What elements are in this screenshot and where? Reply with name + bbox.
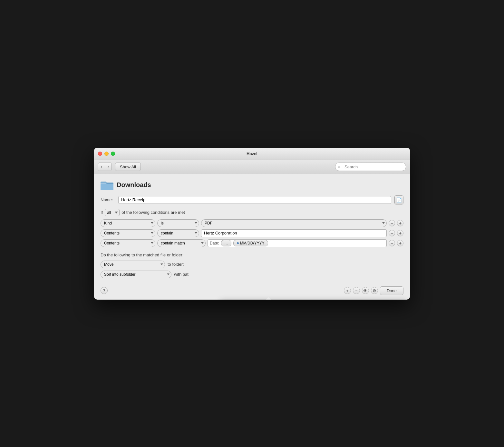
toolbar: ‹ › Show All ⌕ (94, 160, 410, 174)
condition-field-3[interactable]: Contents (101, 239, 155, 247)
remove-rule-button[interactable]: − (353, 287, 360, 294)
conditions-suffix: of the following conditions are met (121, 210, 185, 215)
show-all-button[interactable]: Show All (115, 163, 141, 171)
to-folder-label: to folder: (168, 262, 184, 267)
eye-button[interactable]: 👁 (362, 287, 369, 294)
condition-operator-3[interactable]: contain match (157, 239, 206, 247)
condition-operator-1[interactable]: is (157, 219, 199, 227)
maximize-button[interactable] (111, 152, 115, 156)
gear-button[interactable]: ⚙ (371, 287, 378, 294)
help-button[interactable]: ? (101, 287, 108, 294)
back-button[interactable]: ‹ (98, 163, 105, 171)
folder-name: Downloads (117, 181, 151, 189)
action-type-2[interactable]: Sort into subfolder (101, 271, 171, 278)
condition-add-1[interactable]: + (397, 220, 403, 226)
condition-add-3[interactable]: + (397, 240, 403, 246)
condition-remove-2[interactable]: − (389, 230, 395, 236)
condition-remove-1[interactable]: − (389, 220, 395, 226)
search-icon: ⌕ (338, 164, 340, 169)
action-area: Do the following to the matched file or … (94, 253, 410, 284)
rule-name-input[interactable] (118, 196, 391, 204)
doc-icon-button[interactable]: 📄 (394, 195, 403, 204)
condition-add-2[interactable]: + (397, 230, 403, 236)
condition-row-1: Kind is PDF − + (101, 219, 403, 227)
condition-operator-2[interactable]: contain (157, 229, 199, 237)
condition-field-2[interactable]: Contents (101, 229, 155, 237)
action-type-1[interactable]: Move (101, 261, 165, 268)
action-row-1: Move to folder: (101, 261, 403, 268)
search-input[interactable] (335, 163, 406, 171)
search-bar: ⌕ (335, 163, 406, 171)
dots-button[interactable]: ... (221, 240, 231, 246)
date-label: Date: (210, 241, 219, 245)
add-rule-button[interactable]: + (344, 287, 351, 294)
date-pattern-tag[interactable]: MM/DD/YYYY (233, 240, 268, 246)
condition-remove-3[interactable]: − (389, 240, 395, 246)
actions-label: Do the following to the matched file or … (101, 253, 403, 257)
svg-rect-2 (101, 184, 113, 190)
with-pat-label: with pat (174, 272, 189, 277)
close-button[interactable] (98, 152, 102, 156)
window-body: Downloads Name: 📄 If all any of the foll… (94, 174, 410, 300)
folder-header: Downloads (101, 180, 403, 190)
date-pattern-text: MM/DD/YYYY (240, 241, 265, 245)
window-title: Hazel (247, 151, 257, 156)
title-bar: Hazel (94, 148, 410, 160)
nav-buttons: ‹ › (98, 163, 112, 171)
condition-value-input-2[interactable] (201, 229, 387, 237)
conditions-header: If all any of the following conditions a… (101, 209, 403, 216)
conditions-all-select[interactable]: all any (105, 209, 120, 216)
if-label: If (101, 210, 103, 215)
main-area: Downloads Name: 📄 If all any of the foll… (94, 174, 410, 253)
condition-row-2: Contents contain − + (101, 229, 403, 237)
condition-field-1[interactable]: Kind (101, 219, 155, 227)
main-done-button[interactable]: Done (380, 286, 403, 295)
minimize-button[interactable] (104, 152, 109, 156)
action-icons: + − 👁 ⚙ Done (344, 286, 403, 295)
name-label: Name: (101, 197, 115, 202)
tooltip-arrow (265, 297, 272, 300)
action-row-2: Sort into subfolder with pat (101, 271, 403, 278)
condition-row-3: Contents contain match Date: ... MM/DD/Y… (101, 239, 403, 247)
name-row: Name: 📄 (101, 195, 403, 204)
folder-icon (101, 180, 113, 190)
condition-value-1[interactable]: PDF (201, 219, 387, 227)
traffic-lights (98, 152, 115, 156)
bottom-section: ? + − 👁 ⚙ Done (94, 284, 410, 300)
forward-button[interactable]: › (105, 163, 111, 171)
